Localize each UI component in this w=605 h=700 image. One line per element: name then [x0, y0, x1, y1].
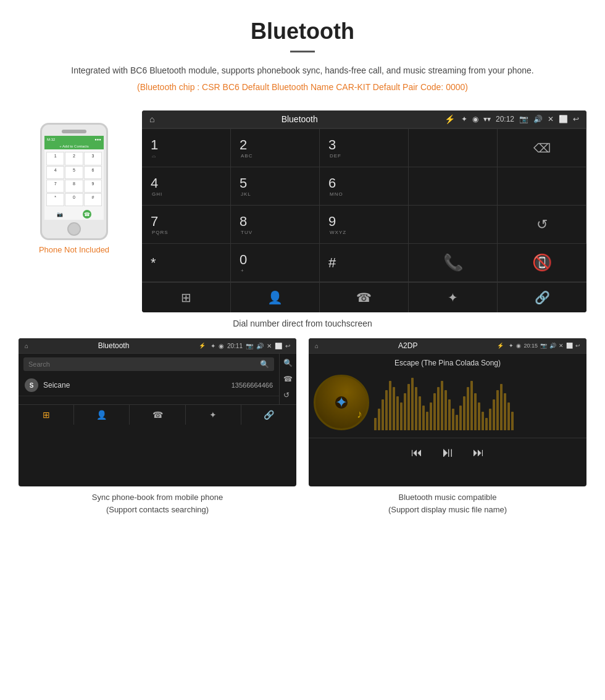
visualizer-bar [419, 396, 421, 430]
back-icon[interactable]: ↩ [573, 115, 579, 123]
key-8[interactable]: 8 TUV [231, 206, 320, 244]
pb-search-bar[interactable]: 🔍 [23, 357, 274, 371]
bt-tab[interactable]: ✦ [409, 283, 498, 312]
key-7[interactable]: 7 PQRS [142, 206, 231, 244]
visualizer-bar [389, 381, 391, 430]
a2dp-screen: ⌂ A2DP ⚡ ✦ ◉ 20:15 📷 🔊 ✕ ⬜ ↩ Escape (The… [309, 338, 586, 486]
page-header: Bluetooth Integrated with BC6 Bluetooth … [0, 0, 605, 110]
call-red-key[interactable]: 📵 [498, 244, 586, 282]
visualizer-bar [448, 399, 451, 430]
visualizer-bar [441, 381, 443, 430]
call-red-icon: 📵 [532, 253, 552, 272]
music-back-icon[interactable]: ↩ [575, 343, 580, 349]
pb-bt-icon: ✦ [211, 343, 215, 349]
phone-call-row: 📷 ☎ [44, 209, 104, 220]
phone-tab[interactable]: ☎ [320, 283, 409, 312]
music-cam-icon: 📷 [540, 343, 547, 349]
visualizer-bar [489, 409, 491, 430]
prev-button[interactable]: ⏮ [411, 446, 422, 459]
key-6[interactable]: 6 MNO [320, 167, 409, 206]
window-icon[interactable]: ⬜ [559, 115, 568, 123]
play-pause-button[interactable]: ⏯ [441, 444, 454, 460]
visualizer-bar [411, 378, 414, 430]
contacts-tab[interactable]: 👤 [231, 283, 320, 312]
pb-contact-row[interactable]: S Seicane 13566664466 [19, 375, 279, 396]
key-1[interactable]: 1 ⌓ [142, 129, 231, 167]
pb-phone-btn[interactable]: ☎ [130, 405, 185, 425]
volume-icon: 🔊 [533, 115, 543, 123]
search-input[interactable] [28, 360, 260, 368]
pb-home-icon[interactable]: ⌂ [25, 343, 28, 349]
pb-dialpad-btn[interactable]: ⊞ [19, 405, 74, 425]
contact-avatar: S [25, 378, 38, 392]
phone-carrier: M:32 [47, 138, 55, 141]
visualizer-bar [493, 399, 495, 430]
visualizer-bar [444, 390, 447, 430]
phone-not-included: Phone Not Included [39, 245, 109, 254]
link-tab[interactable]: 🔗 [498, 283, 586, 312]
pb-main: 🔍 S Seicane 13566664466 [19, 354, 279, 404]
pb-side-refresh-icon[interactable]: ↺ [283, 391, 293, 399]
refresh-key[interactable]: ↺ [498, 206, 586, 244]
music-win-icon[interactable]: ⬜ [566, 343, 573, 349]
next-button[interactable]: ⏭ [473, 446, 484, 459]
visualizer-bar [452, 409, 454, 430]
page-title: Bluetooth [37, 19, 568, 44]
visualizer-bar [456, 415, 458, 430]
dialpad-tab[interactable]: ⊞ [142, 283, 231, 312]
music-item: ⌂ A2DP ⚡ ✦ ◉ 20:15 📷 🔊 ✕ ⬜ ↩ Escape (The… [309, 338, 586, 515]
contact-name: Seicane [43, 381, 227, 390]
pb-side-search-icon[interactable]: 🔍 [283, 359, 293, 367]
key-4[interactable]: 4 GHI [142, 167, 231, 206]
visualizer-bar [382, 399, 384, 430]
pb-contacts-btn[interactable]: 👤 [74, 405, 130, 425]
album-art: ✦ ♪ [314, 375, 369, 430]
contact-number: 13566664466 [232, 381, 273, 389]
backspace-key[interactable]: ⌫ [498, 129, 586, 167]
phone-speaker [62, 130, 86, 133]
music-home-icon[interactable]: ⌂ [315, 343, 319, 349]
phone-screen-top: M:32 ●●● [44, 136, 104, 143]
pb-header: ⌂ Bluetooth ⚡ ✦ ◉ 20:11 📷 🔊 ✕ ⬜ ↩ [19, 338, 296, 354]
dial-screen-title: Bluetooth [161, 114, 438, 124]
music-screen-title: A2DP [323, 341, 492, 350]
visualizer-bar [504, 393, 506, 430]
search-icon: 🔍 [260, 360, 269, 369]
phone-dialpad: 123 456 789 *0# [44, 149, 104, 209]
key-3[interactable]: 3 DEF [320, 129, 409, 167]
pb-x-icon[interactable]: ✕ [267, 343, 272, 349]
visualizer-bar [500, 384, 503, 430]
pb-usb-icon: ⚡ [199, 343, 206, 349]
visualizer-bar [470, 381, 473, 430]
key-hash[interactable]: # [320, 244, 409, 282]
main-section: M:32 ●●● + Add to Contacts 123 456 789 *… [0, 110, 605, 312]
pb-back-icon[interactable]: ↩ [285, 343, 290, 349]
car-dial-screen: ⌂ Bluetooth ⚡ ✦ ◉ ▾▾ 20:12 📷 🔊 ✕ ⬜ ↩ 1 ⌓ [142, 110, 586, 312]
pb-bt-btn[interactable]: ✦ [186, 405, 241, 425]
call-green-key[interactable]: 📞 [409, 244, 498, 282]
pb-link-btn[interactable]: 🔗 [241, 405, 296, 425]
usb-icon: ⚡ [444, 114, 455, 124]
phonebook-caption: Sync phone-book from mobile phone (Suppo… [92, 491, 223, 515]
key-2[interactable]: 2 ABC [231, 129, 320, 167]
dial-bottom-bar: ⊞ 👤 ☎ ✦ 🔗 [142, 282, 586, 312]
phone-call-button[interactable]: ☎ [83, 210, 91, 219]
phone-add-contact: + Add to Contacts [44, 143, 104, 149]
key-0[interactable]: 0 + [231, 244, 320, 282]
pb-win-icon[interactable]: ⬜ [275, 343, 282, 349]
music-note-icon: ♪ [357, 408, 362, 421]
visualizer-bar [437, 387, 440, 430]
bluetooth-status-icon: ✦ [461, 115, 467, 123]
home-icon[interactable]: ⌂ [149, 114, 154, 124]
bluetooth-specs: (Bluetooth chip : CSR BC6 Default Blueto… [37, 82, 568, 92]
music-x-icon[interactable]: ✕ [559, 343, 564, 349]
key-5[interactable]: 5 JKL [231, 167, 320, 206]
key-9[interactable]: 9 WXYZ [320, 206, 409, 244]
visualizer-bar [463, 396, 465, 430]
phone-signal: ●●● [94, 138, 101, 141]
visualizer-bar [378, 409, 380, 430]
close-icon[interactable]: ✕ [548, 115, 554, 123]
key-star[interactable]: * [142, 244, 231, 282]
pb-side-call-icon[interactable]: ☎ [283, 375, 293, 383]
empty-r2c4 [409, 167, 498, 206]
